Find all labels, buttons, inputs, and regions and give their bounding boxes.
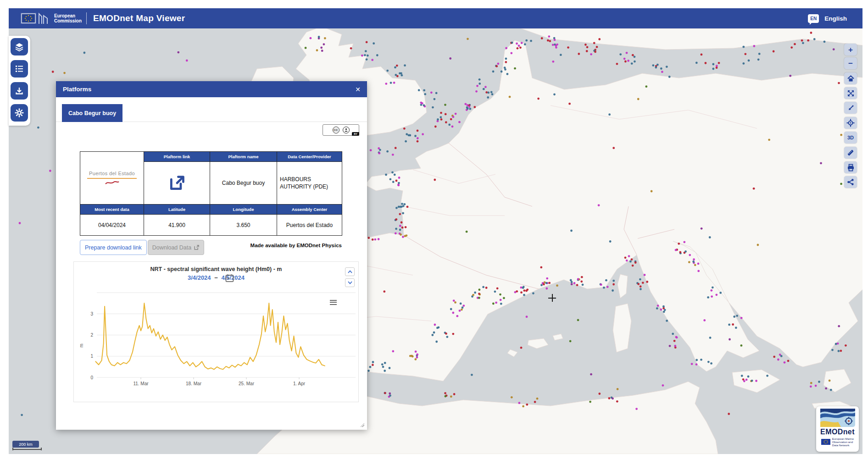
emodnet-subtitle-line: Observation and bbox=[832, 440, 854, 443]
svg-text:18. Mar: 18. Mar bbox=[186, 381, 202, 386]
emodnet-waves-icon bbox=[820, 408, 856, 427]
attribution-person-icon bbox=[343, 127, 350, 133]
platform-info-table: Puertos del Estado Plaftorm link Plaftor… bbox=[80, 151, 342, 236]
calendar-icon[interactable] bbox=[225, 274, 234, 284]
provider-logo-text: Puertos del Estado bbox=[89, 171, 135, 176]
assembly-center-cell: Puertos del Estado bbox=[277, 215, 342, 236]
language-badge[interactable]: EN bbox=[808, 14, 819, 23]
provider-logo: Puertos del Estado bbox=[80, 152, 144, 205]
zoom-in-button[interactable]: + bbox=[844, 44, 857, 55]
zoom-out-button[interactable]: − bbox=[844, 57, 857, 69]
fullscreen-button[interactable] bbox=[844, 87, 857, 99]
previous-extent-button[interactable] bbox=[844, 102, 857, 114]
longitude-cell: 3.650 bbox=[210, 215, 277, 236]
share-icon bbox=[847, 178, 854, 186]
ec-logo-line2: Commission bbox=[54, 18, 82, 23]
tab-bar: Cabo Begur buoy bbox=[56, 97, 367, 122]
external-link-icon bbox=[168, 174, 186, 192]
emodnet-map-viewer-app: European Commission EMODnet Map Viewer E… bbox=[0, 0, 868, 471]
platforms-dialog: Platforms ✕ Cabo Begur buoy CC BY Puerto… bbox=[56, 81, 367, 430]
view-3d-button[interactable]: 3D bbox=[844, 132, 857, 144]
timeseries-chart-card: NRT - spectral significant wave height (… bbox=[73, 261, 359, 402]
share-button[interactable] bbox=[844, 176, 857, 188]
print-icon bbox=[847, 164, 855, 172]
platform-name-cell: Cabo Begur buoy bbox=[210, 162, 277, 205]
provider-logo-wave-icon bbox=[104, 180, 120, 185]
cc-by-license-badge[interactable]: CC BY bbox=[323, 124, 359, 136]
chart-date-range[interactable]: 3/4/2024 − 4/5/2024 bbox=[74, 274, 358, 281]
svg-text:0: 0 bbox=[90, 375, 93, 380]
dialog-header[interactable]: Platforms ✕ bbox=[56, 81, 367, 97]
table-header: Plaftorm name bbox=[210, 152, 277, 162]
download-button[interactable] bbox=[11, 82, 28, 100]
left-toolbar bbox=[9, 36, 30, 126]
download-icon bbox=[15, 87, 23, 95]
layers-icon bbox=[15, 42, 24, 51]
emodnet-subtitle-line: European Marine bbox=[832, 437, 854, 440]
top-header-bar: European Commission EMODnet Map Viewer E… bbox=[9, 8, 862, 28]
close-icon[interactable]: ✕ bbox=[355, 86, 361, 93]
table-header: Assembly Center bbox=[277, 205, 342, 215]
settings-button[interactable] bbox=[11, 104, 28, 122]
measure-button[interactable] bbox=[844, 147, 857, 159]
ec-flag-icon bbox=[21, 11, 51, 26]
external-link-icon bbox=[194, 244, 200, 250]
fullscreen-icon bbox=[847, 89, 855, 97]
svg-text:11. Mar: 11. Mar bbox=[133, 381, 149, 386]
latitude-cell: 41.900 bbox=[144, 215, 210, 236]
language-selector[interactable]: English bbox=[824, 15, 847, 22]
measure-ruler-icon bbox=[846, 149, 855, 157]
locate-icon bbox=[846, 119, 855, 127]
next-parameter-button[interactable] bbox=[345, 278, 355, 287]
table-header: Latitude bbox=[144, 205, 210, 215]
emodnet-logo-text: EMODnet bbox=[820, 428, 855, 436]
emodnet-subtitle-line: Data Network bbox=[832, 443, 854, 447]
scale-bar-line bbox=[12, 449, 42, 450]
svg-text:2: 2 bbox=[90, 332, 93, 338]
cc-icon: CC bbox=[333, 127, 339, 133]
eu-flag-icon bbox=[821, 439, 830, 445]
dialog-title: Platforms bbox=[63, 86, 91, 93]
date-start[interactable]: 3/4/2024 bbox=[188, 274, 211, 281]
header-divider bbox=[86, 12, 87, 24]
credit-text: Made available by EMODnet Physics bbox=[250, 243, 342, 248]
data-center-cell: HARBOURS AUTHORITY (PDE) bbox=[277, 162, 342, 205]
most-recent-data-cell: 04/04/2024 bbox=[80, 215, 144, 236]
date-separator: − bbox=[212, 274, 220, 281]
prepare-download-link-button[interactable]: Prepare download link bbox=[80, 240, 147, 255]
home-icon bbox=[847, 75, 855, 83]
table-header: Plaftorm link bbox=[144, 152, 210, 162]
by-tag: BY bbox=[352, 132, 359, 136]
table-header: Longitude bbox=[210, 205, 277, 215]
svg-text:m: m bbox=[79, 344, 84, 347]
page-title: EMODnet Map Viewer bbox=[93, 13, 185, 23]
scale-bar-label: 200 km bbox=[12, 441, 39, 448]
layers-button[interactable] bbox=[11, 38, 28, 55]
svg-text:25. Mar: 25. Mar bbox=[239, 381, 255, 386]
tab-cabo-begur-buoy[interactable]: Cabo Begur buoy bbox=[62, 104, 122, 122]
ec-logo-line1: European bbox=[54, 13, 82, 18]
svg-text:1. Apr: 1. Apr bbox=[293, 381, 306, 386]
emodnet-logo-card[interactable]: EMODnet European Marine Observation and … bbox=[816, 406, 859, 452]
download-data-button[interactable]: Download Data bbox=[148, 240, 204, 255]
home-button[interactable] bbox=[844, 72, 857, 84]
print-button[interactable] bbox=[844, 161, 857, 173]
table-header: Most recent data bbox=[80, 205, 144, 215]
european-commission-logo[interactable]: European Commission bbox=[21, 11, 82, 26]
legend-button[interactable] bbox=[11, 60, 28, 78]
provider-logo-rule bbox=[87, 178, 137, 179]
svg-text:1: 1 bbox=[90, 354, 93, 359]
dialog-resize-handle[interactable] bbox=[360, 423, 364, 427]
wave-height-chart[interactable]: 0123m11. Mar18. Mar25. Mar1. Apr bbox=[74, 287, 359, 402]
platform-link-cell[interactable] bbox=[144, 162, 210, 205]
legend-list-icon bbox=[15, 65, 23, 73]
chart-title: NRT - spectral significant wave height (… bbox=[74, 266, 358, 272]
table-header: Data Center/Provider bbox=[277, 152, 342, 162]
extent-arrow-icon bbox=[847, 105, 854, 111]
gear-icon bbox=[15, 108, 24, 117]
download-data-label: Download Data bbox=[152, 244, 191, 251]
svg-text:3: 3 bbox=[90, 311, 93, 316]
locate-button[interactable] bbox=[844, 117, 857, 129]
previous-parameter-button[interactable] bbox=[345, 267, 355, 276]
